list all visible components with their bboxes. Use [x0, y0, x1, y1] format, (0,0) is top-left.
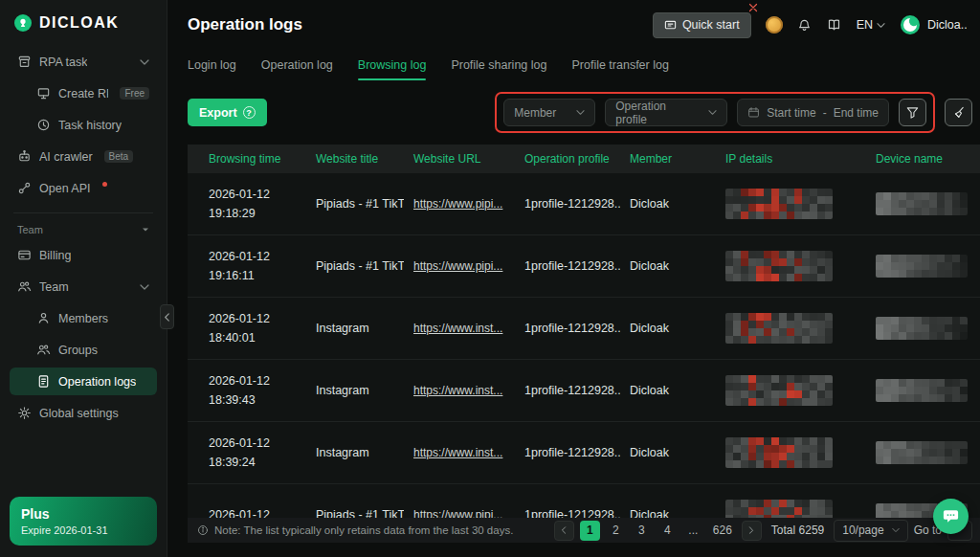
website-title-cell: Instagram	[306, 446, 404, 459]
website-url-link[interactable]: https://www.inst...	[413, 384, 502, 397]
page-size-select[interactable]: 10/page	[834, 520, 907, 542]
sidebar-item-label: RPA task	[39, 56, 87, 69]
sidebar-item-ai-crawler[interactable]: AI crawler Beta	[10, 143, 157, 170]
pagination: 1 2 3 4 ... 626 Total 6259 10/page Go to	[554, 520, 972, 542]
prev-page-button[interactable]	[554, 521, 574, 541]
clear-filters-button[interactable]	[945, 99, 972, 126]
table-row: 2026-01-1219:16:11 Pipiads - #1 TikT... …	[188, 235, 980, 298]
robot-icon	[17, 149, 32, 164]
sidebar-item-rpa-task[interactable]: RPA task	[10, 48, 157, 76]
quick-start-button[interactable]: Quick start	[653, 12, 751, 38]
website-url-link[interactable]: https://www.pipi...	[413, 508, 502, 518]
browsing-time-cell: 2026-01-1219:18:29	[188, 185, 306, 223]
language-label: EN	[857, 18, 873, 32]
ip-details-cell	[716, 251, 866, 281]
toolbar: Export ? Member Operation profile Start …	[167, 80, 980, 145]
sidebar-divider	[13, 212, 153, 213]
sidebar-item-label: Operation logs	[58, 375, 136, 389]
page-button[interactable]: 4	[657, 521, 678, 541]
logs-document-icon	[36, 374, 51, 389]
website-title-cell: Pipiads - #1 TikT...	[306, 508, 404, 518]
browsing-time-cell: 2026-01-12	[188, 505, 306, 518]
guide-icon	[664, 19, 677, 32]
website-title-cell: Instagram	[306, 322, 404, 335]
export-button[interactable]: Export ?	[188, 99, 267, 126]
team-icon	[17, 279, 32, 294]
column-header: Browsing time	[188, 152, 306, 166]
bell-icon[interactable]	[797, 18, 812, 33]
website-url-link[interactable]: https://www.inst...	[413, 446, 502, 459]
member-cell: Dicloak	[620, 197, 716, 211]
date-range-picker[interactable]: Start time - End time	[737, 99, 889, 126]
tab-operation-log[interactable]: Operation log	[261, 58, 333, 80]
website-url-link[interactable]: https://www.pipi...	[413, 259, 502, 273]
topbar-actions: Quick start EN Dicloa...	[653, 12, 967, 38]
sidebar-section-team[interactable]: Team	[10, 222, 157, 239]
ip-details-cell	[716, 375, 866, 406]
sidebar: DICLOAK RPA task Create RPA Free Task hi…	[0, 0, 167, 557]
ip-redacted-blur	[725, 189, 833, 219]
page-size-value: 10/page	[842, 524, 883, 537]
table-row: 2026-01-1218:39:43 Instagram https://www…	[188, 360, 980, 422]
page-button[interactable]: 1	[580, 521, 600, 541]
sidebar-item-team[interactable]: Team	[10, 273, 157, 301]
sidebar-item-groups[interactable]: Groups	[10, 336, 157, 364]
main-content: Operation logs Quick start EN Dicloa...	[167, 0, 980, 557]
sidebar-item-billing[interactable]: Billing	[10, 241, 157, 269]
member-filter-placeholder: Member	[514, 106, 556, 120]
plan-card[interactable]: Plus Expire 2026-01-31	[10, 497, 157, 546]
website-title-cell: Pipiads - #1 TikT...	[306, 197, 404, 211]
chevron-right-icon	[747, 526, 755, 534]
user-menu[interactable]: Dicloa...	[900, 14, 967, 35]
ip-details-cell	[716, 500, 866, 518]
language-selector[interactable]: EN	[857, 18, 885, 32]
plan-title: Plus	[21, 506, 145, 522]
device-name-cell	[866, 192, 980, 215]
sidebar-collapse-toggle[interactable]	[160, 304, 174, 329]
website-url-link[interactable]: https://www.inst...	[413, 322, 502, 335]
tab-browsing-log[interactable]: Browsing log	[358, 58, 427, 80]
page-ellipsis: ...	[683, 521, 703, 541]
close-icon[interactable]	[748, 3, 758, 12]
page-button[interactable]: 3	[632, 521, 652, 541]
member-cell: Dicloak	[620, 384, 716, 397]
member-cell: Dicloak	[620, 322, 716, 335]
beta-badge: Beta	[104, 150, 134, 163]
sidebar-item-operation-logs[interactable]: Operation logs	[10, 368, 157, 395]
website-url-link[interactable]: https://www.pipi...	[413, 197, 502, 211]
book-icon[interactable]	[826, 17, 842, 33]
browsing-time-cell: 2026-01-1218:39:43	[188, 371, 306, 410]
page-button[interactable]: 2	[606, 521, 626, 541]
member-filter-select[interactable]: Member	[503, 99, 595, 126]
column-header: Member	[620, 152, 716, 166]
operation-profile-cell: 1profile-1212928...	[515, 259, 620, 273]
funnel-icon	[905, 105, 920, 120]
sidebar-item-members[interactable]: Members	[10, 304, 157, 332]
filter-button[interactable]	[899, 99, 926, 126]
profile-filter-select[interactable]: Operation profile	[605, 99, 727, 126]
tab-profile-transfer-log[interactable]: Profile transfer log	[571, 58, 668, 80]
page-button[interactable]: 626	[709, 521, 736, 541]
sidebar-item-task-history[interactable]: Task history	[10, 111, 157, 139]
chat-support-button[interactable]	[933, 499, 969, 534]
brand-logo-icon	[13, 13, 33, 33]
free-badge: Free	[120, 87, 149, 100]
table-header-row: Browsing time Website title Website URL …	[188, 145, 980, 173]
statusbar: Note: The list typically only retains da…	[188, 518, 980, 543]
tab-profile-sharing-log[interactable]: Profile sharing log	[451, 58, 546, 80]
browsing-time-cell: 2026-01-1218:39:24	[188, 434, 306, 472]
sidebar-item-open-api[interactable]: Open API	[10, 174, 157, 202]
page-title: Operation logs	[188, 15, 302, 34]
retention-note-text: Note: The list typically only retains da…	[214, 524, 513, 536]
sidebar-item-global-settings[interactable]: Global settings	[10, 399, 157, 427]
info-icon	[197, 524, 209, 536]
sidebar-item-label: Open API	[39, 182, 91, 195]
caret-down-icon	[142, 226, 149, 234]
log-tabs: Login log Operation log Browsing log Pro…	[167, 50, 980, 80]
next-page-button[interactable]	[742, 521, 762, 541]
sidebar-item-create-rpa[interactable]: Create RPA Free	[10, 79, 157, 107]
user-name: Dicloa...	[927, 18, 967, 32]
app-root: DICLOAK RPA task Create RPA Free Task hi…	[0, 0, 980, 557]
rewards-coin-icon[interactable]	[766, 16, 783, 33]
tab-login-log[interactable]: Login log	[188, 58, 236, 80]
